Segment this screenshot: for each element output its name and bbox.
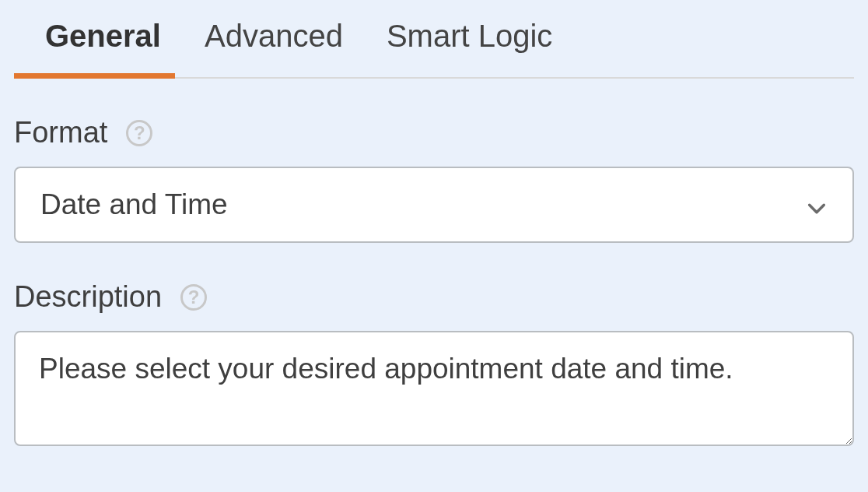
format-field-group: Format ? Date and Time — [14, 116, 854, 243]
tab-general[interactable]: General — [45, 19, 161, 77]
format-dropdown-value: Date and Time — [40, 188, 228, 221]
help-icon[interactable]: ? — [180, 284, 207, 311]
tabs-bar: General Advanced Smart Logic — [14, 19, 854, 79]
chevron-down-icon — [806, 194, 828, 216]
tab-smart-logic[interactable]: Smart Logic — [387, 19, 552, 77]
description-field-group: Description ? — [14, 280, 854, 449]
description-textarea[interactable] — [14, 331, 854, 446]
tab-advanced[interactable]: Advanced — [205, 19, 343, 77]
format-dropdown[interactable]: Date and Time — [14, 167, 854, 243]
format-label: Format — [14, 116, 107, 149]
help-icon[interactable]: ? — [126, 120, 152, 146]
description-label: Description — [14, 280, 162, 314]
